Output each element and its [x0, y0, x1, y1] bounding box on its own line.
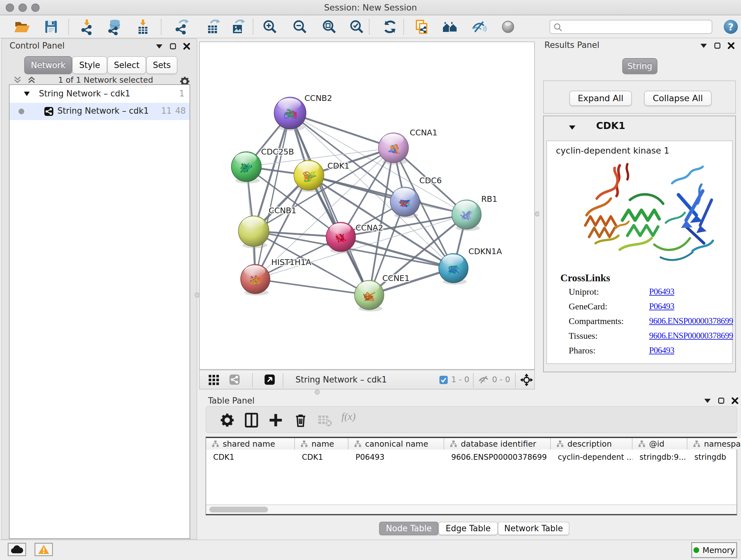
- function-builder-icon[interactable]: f(x): [341, 411, 363, 426]
- export-image-icon[interactable]: [230, 18, 246, 35]
- results-panel-close-icon[interactable]: [728, 42, 735, 49]
- results-panel-float-icon[interactable]: [700, 43, 707, 48]
- table-cell[interactable]: CDK1: [295, 449, 348, 465]
- help-icon[interactable]: ?: [723, 18, 739, 35]
- zoom-in-icon[interactable]: [262, 18, 278, 35]
- table-cell[interactable]: P06493: [348, 449, 444, 465]
- show-sphere-icon[interactable]: [500, 18, 516, 35]
- warnings-button[interactable]: [35, 543, 53, 556]
- crosslink-row: Pharos:P06493: [569, 346, 596, 356]
- selected-nodes-checkbox-icon[interactable]: [439, 375, 448, 384]
- node-CCNA2[interactable]: [326, 222, 355, 253]
- birds-eye-view-icon[interactable]: [229, 374, 240, 385]
- show-columns-icon[interactable]: [244, 413, 259, 428]
- add-column-icon[interactable]: [268, 413, 283, 428]
- node-CCNB1[interactable]: [239, 216, 269, 248]
- section-collapse-arrow-icon[interactable]: [569, 125, 576, 130]
- memory-button[interactable]: Memory: [691, 542, 737, 558]
- table-settings-gear-icon[interactable]: [219, 413, 235, 428]
- save-session-icon[interactable]: [43, 18, 59, 35]
- node-CCNE1[interactable]: [354, 280, 384, 312]
- crosslink-link[interactable]: P06493: [649, 287, 674, 297]
- import-network-database-icon[interactable]: [106, 18, 123, 35]
- tab-string[interactable]: String: [622, 58, 657, 74]
- refresh-icon[interactable]: [382, 18, 398, 35]
- copy-style-icon[interactable]: [414, 18, 430, 35]
- node-CDC6[interactable]: [390, 187, 420, 219]
- reset-zoom-crosshair-icon[interactable]: [520, 374, 533, 386]
- export-network-icon[interactable]: [174, 18, 190, 35]
- table-cell[interactable]: cyclin-dependent ...: [551, 449, 632, 465]
- column-header-sharedname[interactable]: shared name: [206, 438, 295, 449]
- cloud-button[interactable]: [8, 543, 26, 556]
- column-header-name[interactable]: name: [295, 438, 348, 449]
- search-input[interactable]: [549, 20, 712, 34]
- network-canvas[interactable]: CCNB2CCNA1CDC25BCDK1CDC6RB1CCNB1CCNA2CDK…: [199, 42, 535, 370]
- cloud-icon: [10, 545, 23, 554]
- tab-network-table[interactable]: Network Table: [498, 522, 569, 535]
- crosslink-link[interactable]: 9606.ENSP00000378699: [649, 331, 733, 341]
- node-CCNA1[interactable]: [379, 133, 408, 165]
- import-network-file-icon[interactable]: [78, 18, 95, 35]
- column-header-id[interactable]: @id: [632, 438, 687, 449]
- network-view-toolbar: String Network – cdk1 1 - 0 0 - 0: [199, 370, 535, 389]
- column-header-namespac[interactable]: namespac: [687, 438, 741, 449]
- column-header-canonicalname[interactable]: canonical name: [348, 438, 444, 449]
- open-session-icon[interactable]: [13, 18, 30, 35]
- table-cell[interactable]: stringdb: [687, 449, 741, 465]
- home-layout-icon[interactable]: [442, 18, 458, 35]
- column-header-databaseidentifier[interactable]: database identifier: [444, 438, 551, 449]
- tab-select[interactable]: Select: [107, 56, 146, 74]
- table-cell[interactable]: CDK1: [206, 449, 295, 465]
- tab-network[interactable]: Network: [24, 56, 72, 74]
- results-panel-maximize-icon[interactable]: [714, 43, 721, 49]
- zoom-selected-icon[interactable]: [348, 18, 365, 35]
- edge-CCNB2-CCNE1[interactable]: [290, 113, 369, 295]
- results-panel: Results Panel String Expand All Collapse…: [539, 38, 741, 395]
- control-panel-maximize-icon[interactable]: [170, 43, 176, 50]
- memory-label: Memory: [702, 546, 735, 555]
- table-cell[interactable]: stringdb:9...: [632, 449, 687, 465]
- node-RB1[interactable]: [452, 200, 481, 231]
- tab-edge-table[interactable]: Edge Table: [439, 522, 498, 535]
- detach-view-icon[interactable]: [264, 374, 275, 385]
- table-panel-float-icon[interactable]: [704, 398, 711, 403]
- zoom-fit-icon[interactable]: [321, 18, 338, 35]
- scrollbar-thumb[interactable]: [209, 507, 268, 512]
- crosslink-link[interactable]: 9606.ENSP00000378699: [649, 316, 733, 326]
- delete-column-icon[interactable]: [293, 413, 308, 428]
- collapse-all-tree-icon[interactable]: [13, 76, 22, 84]
- hide-selection-icon[interactable]: [470, 18, 487, 35]
- node-HIST1H1A[interactable]: [241, 264, 270, 296]
- tab-sets[interactable]: Sets: [146, 56, 178, 74]
- main-toolbar: ?: [0, 15, 741, 38]
- results-buttons-box: Expand All Collapse All: [543, 80, 736, 114]
- export-table-icon[interactable]: [205, 18, 221, 35]
- horizontal-splitter-handle[interactable]: [315, 389, 320, 395]
- tab-style[interactable]: Style: [72, 56, 107, 74]
- control-panel-close-icon[interactable]: [183, 43, 190, 50]
- crosslink-link[interactable]: P06493: [649, 301, 674, 311]
- crosslink-link[interactable]: P06493: [649, 346, 674, 355]
- node-CDC25B[interactable]: [231, 152, 261, 184]
- column-header-description[interactable]: description: [551, 438, 632, 449]
- tab-node-table[interactable]: Node Table: [379, 522, 439, 535]
- node-CDKN1A[interactable]: [439, 253, 468, 285]
- network-row-selected[interactable]: String Network – cdk1 11 48: [10, 103, 190, 120]
- left-splitter-handle[interactable]: [195, 293, 200, 298]
- node-label-CCNA2: CCNA2: [355, 223, 383, 233]
- delete-table-icon[interactable]: [317, 413, 333, 428]
- network-collection-row[interactable]: String Network – cdk1 1: [10, 85, 190, 103]
- expand-all-button[interactable]: Expand All: [569, 91, 632, 106]
- edge-HIST1H1A-CCNE1[interactable]: [255, 279, 369, 295]
- collection-expand-arrow-icon[interactable]: [23, 91, 30, 97]
- control-panel-float-icon[interactable]: [156, 44, 163, 49]
- table-horizontal-scrollbar[interactable]: [206, 504, 737, 514]
- collapse-all-button[interactable]: Collapse All: [644, 91, 712, 106]
- table-cell[interactable]: 9606.ENSP00000378699: [444, 449, 551, 465]
- zoom-out-icon[interactable]: [292, 18, 308, 35]
- table-panel-maximize-icon[interactable]: [718, 397, 724, 404]
- table-panel-close-icon[interactable]: [731, 397, 738, 404]
- grid-view-icon[interactable]: [209, 375, 219, 385]
- import-table-file-icon[interactable]: [135, 18, 151, 35]
